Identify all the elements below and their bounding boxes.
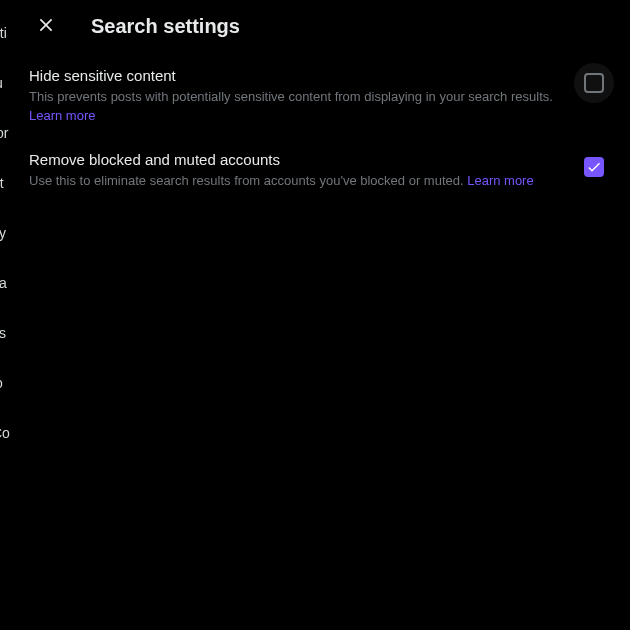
setting-description: Use this to eliminate search results fro…: [29, 172, 562, 190]
hide-sensitive-checkbox[interactable]: [574, 63, 614, 103]
learn-more-link[interactable]: Learn more: [29, 107, 562, 125]
modal-title: Search settings: [91, 15, 240, 38]
setting-hide-sensitive: Hide sensitive content This prevents pos…: [13, 53, 630, 137]
setting-title: Remove blocked and muted accounts: [29, 149, 562, 170]
search-settings-modal: Search settings Hide sensitive content T…: [13, 0, 630, 630]
setting-remove-blocked: Remove blocked and muted accounts Use th…: [13, 137, 630, 202]
setting-content: Remove blocked and muted accounts Use th…: [29, 149, 562, 190]
checkbox-checked-icon: [584, 157, 604, 177]
checkbox-unchecked-icon: [584, 73, 604, 93]
learn-more-link[interactable]: Learn more: [467, 173, 533, 188]
close-button[interactable]: [29, 10, 63, 44]
close-icon: [36, 15, 56, 39]
setting-content: Hide sensitive content This prevents pos…: [29, 65, 562, 125]
setting-title: Hide sensitive content: [29, 65, 562, 86]
modal-header: Search settings: [13, 0, 630, 53]
remove-blocked-checkbox[interactable]: [574, 147, 614, 187]
setting-description: This prevents posts with potentially sen…: [29, 88, 562, 125]
